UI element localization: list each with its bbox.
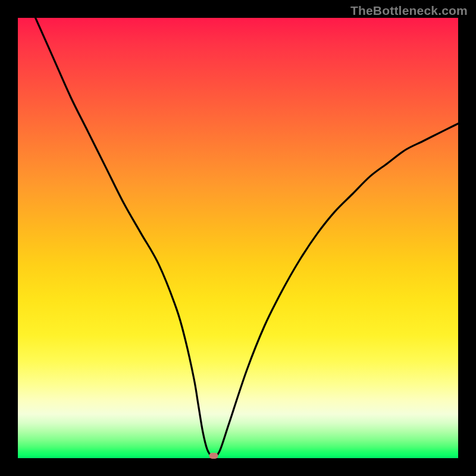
plot-area	[18, 18, 458, 458]
chart-container: TheBottleneck.com	[0, 0, 476, 476]
line-chart	[18, 18, 458, 458]
bottleneck-curve	[36, 18, 458, 457]
minimum-marker	[209, 453, 218, 459]
watermark-text: TheBottleneck.com	[350, 4, 468, 18]
